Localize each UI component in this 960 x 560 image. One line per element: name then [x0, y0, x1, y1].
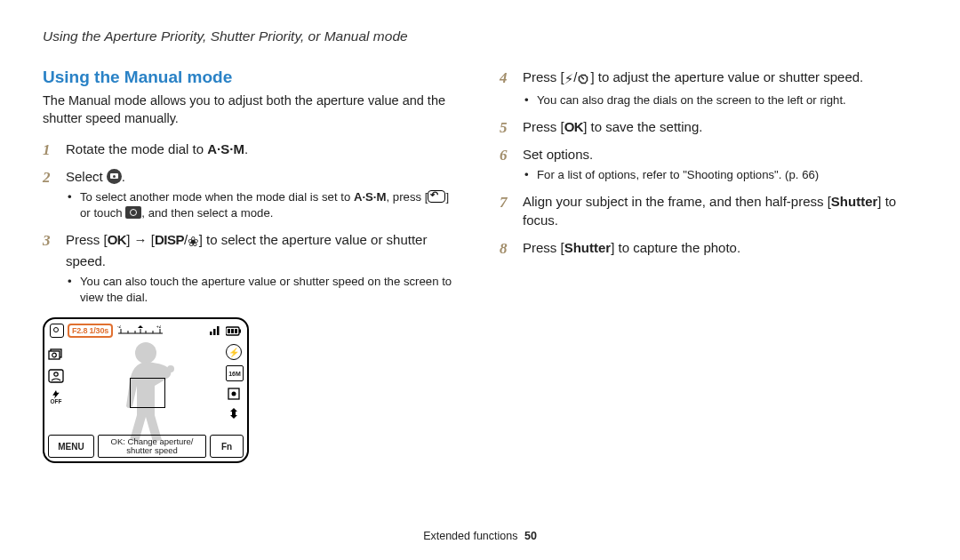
footer-label: Extended functions — [423, 530, 517, 542]
svg-text:-2: -2 — [117, 325, 121, 329]
svg-text:+2: +2 — [156, 325, 162, 329]
step-2-text-b: . — [122, 169, 125, 184]
step-5: Press [OK] to save the setting. — [500, 117, 917, 136]
camera-icon — [125, 206, 141, 219]
battery-icon — [226, 326, 242, 336]
ev-scale-icon: -2 +2 — [116, 325, 164, 336]
step-6: Set options. For a list of options, refe… — [500, 145, 917, 183]
svg-point-27 — [135, 342, 156, 364]
svg-point-28 — [167, 365, 174, 372]
arrow-icon: → — [134, 232, 148, 247]
stabilizer-icon — [226, 406, 242, 420]
menu-button[interactable]: MENU — [48, 435, 94, 458]
asm-mode-glyph-2: A·S·M — [354, 190, 387, 204]
ok-keycap-2: OK — [564, 119, 584, 134]
steps-left: Rotate the mode dial to A·S·M. Select . … — [43, 140, 460, 305]
step-2: Select . To select another mode when the… — [43, 167, 460, 221]
step-1: Rotate the mode dial to A·S·M. — [43, 140, 460, 158]
ok-keycap: OK — [108, 232, 127, 247]
left-column: Using the Manual mode The Manual mode al… — [43, 68, 460, 463]
flash-icon: ⚡ — [564, 70, 574, 89]
macro-icon: ❀ — [188, 233, 199, 252]
signal-bars-icon — [210, 325, 222, 336]
step-2-note-d: , and then select a mode. — [141, 206, 273, 220]
aperture-shutter-readout: F2.8 1/30s — [68, 324, 113, 338]
svg-point-23 — [54, 372, 58, 376]
svg-point-26 — [232, 392, 236, 396]
drive-mode-icon — [48, 348, 64, 362]
step-4-note: You can also drag the dials on the scree… — [523, 92, 917, 108]
svg-rect-13 — [217, 326, 220, 335]
step-8: Press [Shutter] to capture the photo. — [500, 238, 917, 257]
camera-mode-icon — [107, 169, 122, 184]
focus-frame — [130, 378, 165, 408]
step-2-note-b: , press [ — [387, 190, 428, 204]
svg-rect-20 — [49, 351, 60, 359]
svg-rect-17 — [231, 329, 234, 333]
flash-mode-icon: ⚡ — [226, 344, 242, 360]
step-6-note: For a list of options, refer to "Shootin… — [523, 167, 917, 183]
resolution-icon: 16M — [226, 365, 244, 381]
off-flash-icon: OFF — [48, 390, 64, 404]
intro-paragraph: The Manual mode allows you to adjust bot… — [43, 92, 460, 127]
step-1-text-b: . — [244, 141, 248, 156]
mode-badge-icon — [50, 324, 64, 338]
disp-keycap: DISP — [155, 232, 184, 247]
lcd-preview: F2.8 1/30s -2 — [43, 317, 460, 463]
step-4-a: Press [ — [523, 69, 564, 84]
back-button-icon — [428, 190, 445, 203]
step-3-c: [ — [148, 232, 155, 247]
svg-rect-16 — [228, 329, 230, 333]
shutter-keyword: Shutter — [831, 194, 878, 209]
asm-mode-glyph: A·S·M — [207, 141, 244, 156]
step-2-note-a: To select another mode when the mode dia… — [80, 190, 354, 204]
step-8-b: ] to capture the photo. — [611, 240, 740, 255]
step-4: Press [⚡/⏲] to adjust the aperture value… — [500, 68, 917, 108]
step-5-b: ] to save the setting. — [583, 119, 702, 134]
shutter-keyword-2: Shutter — [564, 240, 612, 255]
step-7: Align your subject in the frame, and the… — [500, 192, 917, 229]
svg-rect-15 — [239, 329, 241, 332]
step-6-text: Set options. — [523, 147, 593, 162]
step-3-note: You can also touch the aperture value or… — [66, 274, 460, 306]
step-3: Press [OK] → [DISP/❀] to select the aper… — [43, 230, 460, 306]
section-title: Using the Manual mode — [43, 68, 460, 87]
svg-rect-18 — [235, 329, 237, 333]
svg-rect-12 — [213, 329, 216, 335]
steps-right: Press [⚡/⏲] to adjust the aperture value… — [500, 68, 917, 257]
step-1-text-a: Rotate the mode dial to — [66, 141, 207, 156]
right-column: Press [⚡/⏲] to adjust the aperture value… — [500, 68, 917, 463]
timer-icon: ⏲ — [577, 70, 590, 89]
svg-rect-11 — [210, 332, 212, 335]
step-2-text-a: Select — [66, 169, 107, 184]
step-3-b: ] — [126, 232, 133, 247]
step-4-b: ] to adjust the aperture value or shutte… — [590, 69, 863, 84]
page-header: Using the Aperture Priority, Shutter Pri… — [43, 28, 917, 44]
step-8-a: Press [ — [523, 240, 564, 255]
page-number: 50 — [524, 530, 537, 542]
step-7-a: Align your subject in the frame, and the… — [523, 194, 831, 209]
step-5-a: Press [ — [523, 119, 564, 134]
step-2-note: To select another mode when the mode dia… — [66, 189, 460, 221]
fn-button[interactable]: Fn — [210, 435, 244, 458]
face-detect-icon — [48, 369, 64, 383]
page-footer: Extended functions 50 — [0, 530, 960, 542]
step-3-a: Press [ — [66, 232, 108, 247]
lcd-hint-text: OK: Change aperture/ shutter speed — [98, 435, 206, 458]
svg-marker-10 — [138, 325, 143, 328]
metering-icon — [226, 387, 242, 401]
